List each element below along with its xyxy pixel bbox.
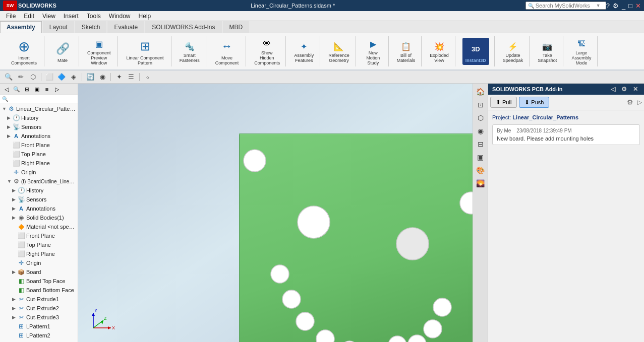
tree-item-origin[interactable]: ✛ Origin bbox=[0, 168, 78, 177]
tree-item-sensors[interactable]: ▶ 📡 Sensors bbox=[0, 122, 78, 131]
btn-move-component[interactable]: ↔ MoveComponent bbox=[212, 36, 242, 66]
btn-linear-pattern[interactable]: ⊞ Linear ComponentPattern bbox=[124, 36, 167, 66]
btn-show-hidden[interactable]: 👁 ShowHiddenComponents bbox=[252, 36, 281, 67]
panel-expand-btn[interactable]: ▷ bbox=[637, 99, 642, 106]
panel-gear-btn[interactable]: ⚙ bbox=[627, 98, 633, 106]
close-icon[interactable]: ✕ bbox=[635, 2, 641, 10]
sidebar-collapse-btn[interactable]: ◁ bbox=[2, 85, 11, 94]
btn-take-snapshot[interactable]: 📷 TakeSnapshot bbox=[536, 38, 559, 64]
tb2-btn-1[interactable]: 🔍 bbox=[3, 72, 14, 83]
btn-mate[interactable]: 🔗 Mate bbox=[50, 39, 75, 64]
rt-btn-section[interactable]: ⊟ bbox=[475, 138, 487, 150]
tree-item-lpattern2[interactable]: ⊞ LPattern2 bbox=[0, 331, 78, 340]
rt-btn-scene[interactable]: 🌄 bbox=[475, 177, 487, 189]
rt-btn-shaded[interactable]: ◉ bbox=[475, 125, 487, 137]
btn-assembly-features[interactable]: ✦ AssemblyFeatures bbox=[292, 38, 316, 64]
tab-assembly[interactable]: Assembly bbox=[0, 21, 42, 33]
tb2-btn-7[interactable]: 🔄 bbox=[85, 72, 96, 83]
3d-viewport[interactable]: Y X Z bbox=[78, 84, 473, 342]
tb2-btn-10[interactable]: ☰ bbox=[126, 72, 137, 83]
tree-item-front-plane-sub[interactable]: ⬜ Front Plane bbox=[0, 231, 78, 240]
menu-insert[interactable]: Insert bbox=[60, 12, 83, 21]
menu-view[interactable]: View bbox=[38, 12, 60, 21]
tree-item-cut-extrude3[interactable]: ▶ ✂ Cut-Extrude3 bbox=[0, 313, 78, 322]
menu-window[interactable]: Window bbox=[105, 12, 135, 21]
tree-item-lpattern1[interactable]: ⊞ LPattern1 bbox=[0, 322, 78, 331]
tree-item-history[interactable]: ▶ 🕐 History bbox=[0, 113, 78, 122]
tb2-btn-5[interactable]: 🔷 bbox=[56, 72, 67, 83]
tree-item-material[interactable]: 🔶 Material <not specified> bbox=[0, 222, 78, 231]
rt-btn-appearance[interactable]: 🎨 bbox=[475, 164, 487, 176]
tab-mbd[interactable]: MBD bbox=[223, 21, 250, 33]
btn-update-speedpak[interactable]: ⚡ UpdateSpeedpak bbox=[501, 38, 525, 64]
tb2-btn-11[interactable]: ⬦ bbox=[142, 72, 153, 83]
tab-layout[interactable]: Layout bbox=[43, 21, 74, 33]
btn-large-assembly-mode[interactable]: 🏗 LargeAssemblyMode bbox=[569, 36, 593, 67]
tb2-btn-2[interactable]: ✏ bbox=[15, 72, 26, 83]
tree-item-origin-sub[interactable]: ✛ Origin bbox=[0, 258, 78, 267]
tree-root[interactable]: ▼ ⚙ Linear_Circular_Patterns (Default<Di… bbox=[0, 104, 78, 113]
tree-item-solid-bodies[interactable]: ▶ ◉ Solid Bodies(1) bbox=[0, 213, 78, 222]
menu-file[interactable]: File bbox=[2, 12, 20, 21]
tree-item-boardoutline[interactable]: ▼ ⚙ (f) BoardOutline_Linear_Circular_F bbox=[0, 177, 78, 186]
tree-item-annotations[interactable]: ▶ A Annotations bbox=[0, 131, 78, 141]
tab-sketch[interactable]: Sketch bbox=[75, 21, 107, 33]
tree-item-top-plane[interactable]: ⬜ Top Plane bbox=[0, 150, 78, 159]
tb2-btn-9[interactable]: ✦ bbox=[113, 72, 125, 83]
history-arrow: ▶ bbox=[7, 115, 12, 120]
tree-item-front-plane[interactable]: ⬜ Front Plane bbox=[0, 141, 78, 150]
tree-item-sensors-sub[interactable]: ▶ 📡 Sensors bbox=[0, 195, 78, 204]
tree-item-board-bottom-face[interactable]: ◧ Board Bottom Face bbox=[0, 286, 78, 295]
tree-item-top-plane-sub[interactable]: ⬜ Top Plane bbox=[0, 240, 78, 249]
btn-bill-of-materials[interactable]: 📋 Bill ofMaterials bbox=[395, 38, 418, 64]
btn-instant3d[interactable]: 3D Instant3D bbox=[462, 38, 489, 65]
sidebar-config-btn[interactable]: ▣ bbox=[32, 85, 41, 94]
tab-solidworks-addins[interactable]: SOLIDWORKS Add-Ins bbox=[145, 21, 221, 33]
help-icon[interactable]: ? bbox=[606, 2, 610, 10]
panel-collapse-icon[interactable]: ◁ bbox=[609, 86, 617, 93]
ribbon-group-bom: 📋 Bill ofMaterials bbox=[391, 36, 422, 66]
tab-evaluate[interactable]: Evaluate bbox=[107, 21, 144, 33]
sidebar-search-btn[interactable]: 🔍 bbox=[12, 85, 21, 94]
btn-pull[interactable]: ⬆ Pull bbox=[490, 97, 517, 108]
sidebar-nav-btn[interactable]: ≡ bbox=[42, 85, 51, 94]
tree-item-cut-extrude2[interactable]: ▶ ✂ Cut-Extrude2 bbox=[0, 304, 78, 313]
maximize-icon[interactable]: □ bbox=[628, 2, 632, 10]
rt-btn-display[interactable]: ▣ bbox=[475, 151, 487, 163]
btn-new-motion-study[interactable]: ▶ NewMotionStudy bbox=[362, 36, 384, 67]
right-plane-label: Right Plane bbox=[21, 160, 50, 166]
btn-smart-fasteners[interactable]: 🔩 SmartFasteners bbox=[178, 38, 202, 64]
sidebar-filter-btn[interactable]: ⊞ bbox=[22, 85, 31, 94]
tb2-btn-6[interactable]: ◈ bbox=[68, 72, 79, 83]
search-input[interactable] bbox=[536, 3, 596, 9]
panel-settings-icon[interactable]: ⚙ bbox=[619, 86, 629, 93]
tree-item-sketch5[interactable]: ✏ (-) Sketch5 bbox=[0, 340, 78, 342]
rt-btn-zoom-fit[interactable]: ⊡ bbox=[475, 99, 487, 111]
tree-item-right-plane-sub[interactable]: ⬜ Right Plane bbox=[0, 249, 78, 258]
btn-insert-components[interactable]: ⊕ InsertComponents bbox=[8, 36, 40, 66]
sidebar-more-btn[interactable]: ▷ bbox=[52, 85, 62, 94]
tb2-btn-3[interactable]: ⬡ bbox=[27, 72, 38, 83]
tb2-btn-4[interactable]: ⬜ bbox=[44, 72, 55, 83]
boardoutline-arrow: ▼ bbox=[7, 179, 12, 184]
btn-reference-geometry[interactable]: 📐 ReferenceGeometry bbox=[326, 38, 352, 64]
tree-item-board-top-face[interactable]: ◧ Board Top Face bbox=[0, 277, 78, 286]
settings-icon[interactable]: ⚙ bbox=[613, 2, 619, 10]
tree-item-history-sub[interactable]: ▶ 🕐 History bbox=[0, 186, 78, 195]
rt-btn-wireframe[interactable]: ⬡ bbox=[475, 112, 487, 124]
tb2-btn-8[interactable]: ◉ bbox=[97, 72, 108, 83]
minimize-icon[interactable]: _ bbox=[622, 2, 625, 10]
tree-item-cut-extrude1[interactable]: ▶ ✂ Cut-Extrude1 bbox=[0, 295, 78, 304]
tree-item-board[interactable]: ▶ 📦 Board bbox=[0, 267, 78, 277]
btn-push[interactable]: ⬇ Push bbox=[519, 97, 549, 108]
menu-tools[interactable]: Tools bbox=[83, 12, 105, 21]
menu-help[interactable]: Help bbox=[135, 12, 155, 21]
tree-item-annotations-sub[interactable]: ▶ A Annotations bbox=[0, 204, 78, 213]
menu-edit[interactable]: Edit bbox=[20, 12, 38, 21]
btn-component-preview[interactable]: ▣ ComponentPreviewWindow bbox=[85, 36, 113, 67]
btn-exploded-view[interactable]: 💥 ExplodedView bbox=[428, 38, 451, 64]
rt-btn-home[interactable]: 🏠 bbox=[475, 86, 487, 98]
tree-item-right-plane[interactable]: ⬜ Right Plane bbox=[0, 159, 78, 168]
search-bar[interactable]: 🔍 ▼ bbox=[525, 2, 606, 10]
panel-close-icon[interactable]: ✕ bbox=[631, 86, 640, 93]
